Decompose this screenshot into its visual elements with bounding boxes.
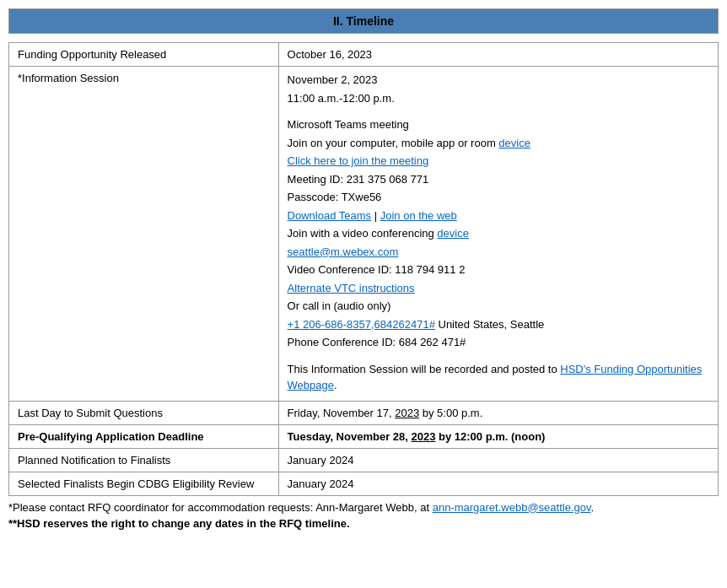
- row-value: January 2024: [278, 472, 718, 495]
- webex-email-link[interactable]: seattle@m.webex.com: [288, 245, 399, 258]
- device-link-2[interactable]: device: [437, 227, 469, 240]
- phone-number-link[interactable]: +1 206-686-8357,684262471#: [288, 318, 435, 331]
- footnote-2: **HSD reserves the right to change any d…: [8, 517, 719, 530]
- device-link-1[interactable]: device: [498, 137, 530, 149]
- row-label-bold: Pre-Qualifying Application Deadline: [9, 424, 279, 448]
- row-label: Planned Notification to Finalists: [9, 448, 279, 472]
- row-value: October 16, 2023: [278, 43, 718, 67]
- table-row: Last Day to Submit Questions Friday, Nov…: [9, 401, 719, 424]
- table-row: Funding Opportunity Released October 16,…: [9, 43, 719, 67]
- row-value: Friday, November 17, 2023 by 5:00 p.m.: [278, 401, 718, 424]
- join-web-link[interactable]: Join on the web: [380, 209, 457, 222]
- info-session-row: *Information Session November 2, 2023 11…: [9, 67, 719, 402]
- table-row: Planned Notification to Finalists Januar…: [9, 448, 719, 472]
- click-to-join-link[interactable]: Click here to join the meeting: [288, 154, 429, 167]
- vtc-instructions-link[interactable]: Alternate VTC instructions: [288, 282, 415, 294]
- row-label: Last Day to Submit Questions: [9, 401, 279, 424]
- row-label: Selected Finalists Begin CDBG Eligibilit…: [9, 472, 279, 495]
- timeline-table: Funding Opportunity Released October 16,…: [8, 42, 719, 496]
- table-row-bold: Pre-Qualifying Application Deadline Tues…: [9, 424, 719, 448]
- table-row: Selected Finalists Begin CDBG Eligibilit…: [9, 472, 719, 495]
- info-session-content: November 2, 2023 11:00 a.m.-12:00 p.m. M…: [278, 67, 718, 402]
- row-value: January 2024: [278, 448, 718, 472]
- download-teams-link[interactable]: Download Teams: [288, 209, 371, 222]
- contact-email-link[interactable]: ann-margaret.webb@seattle.gov: [433, 501, 591, 514]
- footnotes: *Please contact RFQ coordinator for acco…: [8, 501, 719, 530]
- info-session-label: *Information Session: [9, 67, 279, 402]
- row-value-bold: Tuesday, November 28, 2023 by 12:00 p.m.…: [278, 424, 718, 448]
- section-header: II. Timeline: [8, 8, 719, 34]
- row-label: Funding Opportunity Released: [9, 43, 279, 67]
